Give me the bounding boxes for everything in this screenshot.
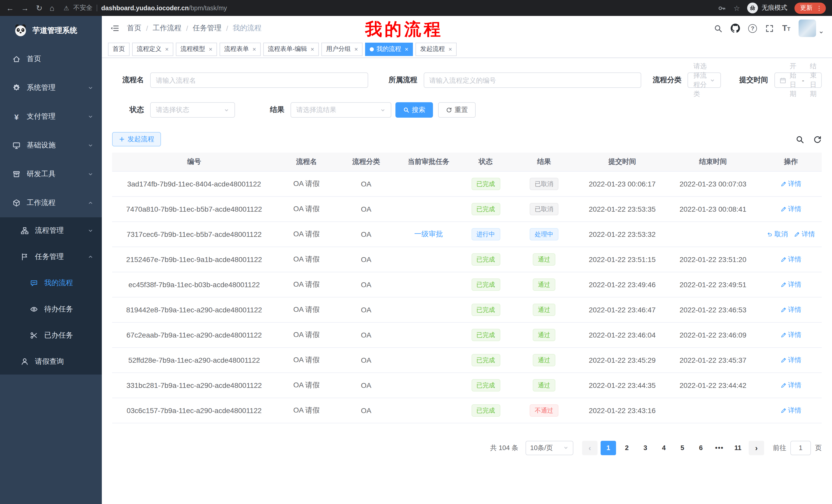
update-label: 更新 — [800, 4, 812, 12]
github-icon[interactable] — [731, 24, 740, 33]
font-size-icon[interactable]: TT — [782, 24, 790, 32]
avatar[interactable] — [799, 20, 816, 37]
detail-action-link[interactable]: 详情 — [780, 330, 801, 339]
col-header-current-task: 当前审批任务 — [395, 152, 462, 171]
sidebar-item-devtools[interactable]: 研发工具 — [0, 160, 102, 189]
detail-action-link[interactable]: 详情 — [780, 305, 801, 314]
sidebar-item-my-process[interactable]: 我的流程 — [0, 270, 102, 296]
close-icon[interactable]: × — [448, 46, 452, 53]
sidebar-item-done-tasks[interactable]: 已办任务 — [0, 322, 102, 348]
help-icon[interactable]: ? — [748, 24, 757, 33]
sidebar-toggle-icon[interactable] — [110, 24, 119, 33]
page-size-select[interactable]: 10条/页 — [525, 441, 573, 455]
sidebar-item-workflow[interactable]: 工作流程 — [0, 189, 102, 217]
sidebar-item-process-management[interactable]: 流程管理 — [0, 217, 102, 244]
page-button-3[interactable]: 3 — [638, 441, 653, 455]
reset-button[interactable]: 重置 — [438, 102, 476, 118]
tag-tab-process-form[interactable]: 流程表单× — [219, 43, 261, 56]
browser-menu-icon[interactable]: ⋮ — [816, 5, 822, 11]
page-button-6[interactable]: 6 — [693, 441, 709, 455]
cell-id: 3ad174fb-7b9d-11ec-8404-acde48001122 — [112, 171, 276, 196]
refresh-icon[interactable] — [813, 135, 822, 144]
detail-action-link[interactable]: 详情 — [780, 355, 801, 365]
sidebar-item-leave-query[interactable]: 请假查询 — [0, 348, 102, 374]
sidebar-item-infrastructure[interactable]: 基础设施 — [0, 131, 102, 160]
sidebar-item-home[interactable]: 首页 — [0, 45, 102, 74]
detail-action-link[interactable]: 详情 — [780, 381, 801, 390]
next-page-button[interactable]: › — [749, 441, 764, 455]
start-process-button[interactable]: 发起流程 — [112, 132, 161, 146]
detail-action-link[interactable]: 详情 — [780, 204, 801, 214]
page-button-5[interactable]: 5 — [675, 441, 690, 455]
tag-tab-my-process[interactable]: 我的流程× — [365, 43, 413, 56]
reload-icon[interactable]: ↻ — [36, 4, 43, 12]
col-header-submit-time: 提交时间 — [578, 152, 666, 171]
sidebar-item-task-management[interactable]: 任务管理 — [0, 244, 102, 270]
cell-current-task — [395, 398, 462, 423]
submit-time-range-picker[interactable]: 开始日期 - 结束日期 — [774, 73, 822, 88]
page-button-1[interactable]: 1 — [601, 441, 616, 455]
detail-action-link[interactable]: 详情 — [780, 179, 801, 188]
process-definition-input[interactable] — [423, 73, 641, 88]
detail-action-link[interactable]: 详情 — [780, 405, 801, 415]
result-badge: 通过 — [533, 278, 555, 290]
detail-action-link[interactable]: 详情 — [780, 255, 801, 264]
back-icon[interactable]: ← — [6, 4, 14, 12]
search-toggle-icon[interactable] — [796, 135, 804, 144]
close-icon[interactable]: × — [209, 46, 212, 53]
bookmark-star-icon[interactable]: ☆ — [733, 4, 740, 12]
col-header-category: 流程分类 — [337, 152, 395, 171]
app-logo[interactable]: 芋道管理系统 — [0, 16, 102, 45]
cancel-action-link[interactable]: 取消 — [767, 229, 788, 239]
tag-tab-process-model[interactable]: 流程模型× — [176, 43, 217, 56]
close-icon[interactable]: × — [405, 46, 408, 53]
status-badge: 已完成 — [471, 203, 500, 215]
sidebar-item-label: 流程管理 — [35, 226, 64, 235]
tag-tab-process-definition[interactable]: 流程定义× — [132, 43, 173, 56]
browser-update-button[interactable]: 更新 ⋮ — [795, 2, 826, 13]
result-select[interactable]: 请选择流结果 — [290, 102, 391, 118]
breadcrumb-task-management[interactable]: 任务管理 — [193, 24, 222, 33]
user-menu[interactable] — [799, 20, 824, 37]
more-pages-button[interactable]: ••• — [712, 441, 727, 455]
browser-home-icon[interactable]: ⌂ — [50, 4, 54, 12]
close-icon[interactable]: × — [354, 46, 358, 53]
cell-category: OA — [337, 297, 395, 322]
fullscreen-icon[interactable] — [765, 24, 774, 33]
breadcrumb-workflow[interactable]: 工作流程 — [153, 24, 182, 33]
tag-tab-start-process[interactable]: 发起流程× — [415, 43, 457, 56]
current-task-link[interactable]: 一级审批 — [414, 229, 443, 237]
close-icon[interactable]: × — [165, 46, 169, 53]
breadcrumb-home[interactable]: 首页 — [127, 24, 141, 33]
forward-icon[interactable]: → — [21, 4, 29, 12]
address-bar[interactable]: ⚠ 不安全 dashboard.yudao.iocoder.cn/bpm/tas… — [63, 4, 227, 12]
detail-action-link[interactable]: 详情 — [780, 280, 801, 289]
sidebar-item-payment[interactable]: ¥ 支付管理 — [0, 102, 102, 131]
process-name-input[interactable] — [150, 73, 368, 88]
page-button-4[interactable]: 4 — [656, 441, 672, 455]
page-button-2[interactable]: 2 — [619, 441, 634, 455]
url-text[interactable]: dashboard.yudao.iocoder.cn/bpm/task/my — [101, 4, 227, 11]
jump-page-input[interactable] — [790, 441, 811, 455]
table-row: 7317cec6-7b9b-11ec-b5b7-acde48001122 OA … — [112, 221, 822, 247]
tag-tab-process-form-edit[interactable]: 流程表单-编辑× — [263, 43, 319, 56]
eye-icon — [30, 305, 38, 313]
status-select[interactable]: 请选择状态 — [150, 102, 235, 118]
prev-page-button[interactable]: ‹ — [582, 441, 598, 455]
tag-tab-user-group[interactable]: 用户分组× — [321, 43, 363, 56]
page-button-11[interactable]: 11 — [730, 441, 746, 455]
cell-end-time — [666, 398, 760, 423]
top-navbar: 首页 / 工作流程 / 任务管理 / 我的流程 我的流程 ? TT — [102, 16, 832, 40]
detail-action-link[interactable]: 详情 — [794, 229, 815, 239]
search-icon[interactable] — [714, 24, 723, 33]
sidebar-item-todo-tasks[interactable]: 待办任务 — [0, 296, 102, 322]
process-category-select[interactable]: 请选择流程分类 — [688, 73, 721, 88]
tag-tab-home[interactable]: 首页 — [108, 43, 130, 56]
cell-end-time: 2022-01-22 23:49:51 — [666, 272, 760, 297]
close-icon[interactable]: × — [253, 46, 256, 53]
search-button[interactable]: 搜索 — [395, 102, 433, 118]
date-range-separator: - — [802, 76, 804, 84]
sidebar-item-system[interactable]: 系统管理 — [0, 74, 102, 102]
key-icon[interactable] — [718, 4, 726, 12]
close-icon[interactable]: × — [311, 46, 314, 53]
